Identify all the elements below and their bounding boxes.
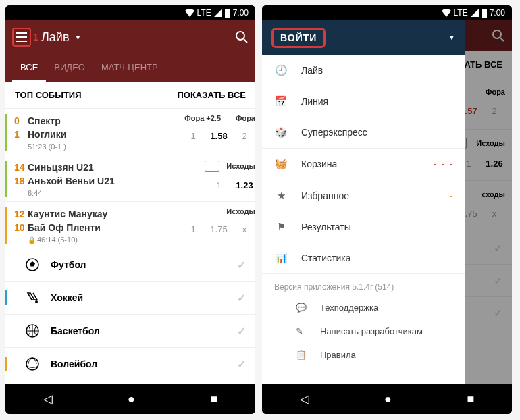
recent-icon[interactable]: ■: [210, 392, 217, 406]
sport-label: Хоккей: [51, 292, 83, 303]
svg-rect-1: [226, 9, 229, 10]
tabs: ВСЕ ВИДЕО МАТЧ-ЦЕНТР: [5, 54, 255, 82]
signal-icon: [471, 9, 479, 17]
network-label: LTE: [454, 8, 468, 18]
back-icon[interactable]: ◁: [43, 392, 53, 406]
stats-icon: 📊: [274, 252, 288, 264]
sport-row-basketball[interactable]: Баскетбол ✓: [5, 314, 255, 347]
star-icon: ★: [274, 190, 288, 202]
tab-all[interactable]: ВСЕ: [12, 54, 46, 82]
drawer-item-flag[interactable]: ⚑Результаты: [262, 211, 465, 242]
drawer-item-stats[interactable]: 📊Статистика: [262, 242, 465, 273]
svg-point-6: [35, 300, 38, 303]
sport-row-volleyball[interactable]: Волейбол ✓: [5, 347, 255, 380]
login-button[interactable]: ВОЙТИ: [271, 28, 326, 48]
sport-row-football[interactable]: Футбол ✓: [5, 248, 255, 281]
drawer-item-dice[interactable]: 🎲Суперэкспресс: [262, 117, 465, 148]
content: ТОП СОБЫТИЯ ПОКАЗАТЬ ВСЕ 0Спектр 1Ноглик…: [5, 82, 255, 384]
odds-cell[interactable]: 1.75: [208, 221, 230, 237]
basket-icon: 🧺: [274, 158, 288, 170]
svg-rect-10: [483, 9, 486, 10]
calendar-icon: 📅: [274, 95, 288, 107]
tab-video[interactable]: ВИДЕО: [46, 54, 93, 82]
football-icon: [25, 257, 40, 272]
odds-cell[interactable]: 1.58: [208, 128, 230, 144]
clock-label: 7:00: [233, 8, 249, 18]
annotation-1: 1: [33, 32, 38, 43]
sport-label: Футбол: [51, 259, 86, 270]
drawer-sub-chat[interactable]: 💬Техподдержка: [262, 296, 465, 319]
chat-icon: 💬: [296, 303, 308, 313]
pencil-icon: ✎: [296, 326, 308, 336]
sport-row-hockey[interactable]: Хоккей ✓: [5, 281, 255, 314]
show-all-link[interactable]: ПОКАЗАТЬ ВСЕ: [177, 90, 246, 100]
android-navbar: ◁ ● ■: [5, 384, 255, 414]
svg-rect-0: [225, 9, 230, 18]
wifi-icon: [442, 9, 451, 17]
app-header: 1 Лайв ▼: [5, 20, 255, 54]
drawer-item-clock[interactable]: 🕘Лайв: [262, 55, 465, 86]
odds-cell[interactable]: 2: [234, 128, 255, 144]
signal-icon: [214, 9, 222, 17]
version-label: Версия приложения 5.1.4r (514): [262, 274, 465, 296]
tab-match-center[interactable]: МАТЧ-ЦЕНТР: [93, 54, 166, 82]
clock-icon: 🕘: [274, 64, 288, 76]
svg-point-2: [236, 32, 244, 40]
top-events-label: ТОП СОБЫТИЯ: [15, 90, 82, 100]
back-icon[interactable]: ◁: [300, 392, 309, 406]
tv-icon: [205, 161, 219, 172]
home-icon[interactable]: ●: [128, 392, 135, 406]
svg-line-3: [244, 39, 247, 43]
match-row[interactable]: 14Синьцзян U21 18Аньхой Веньи U21 6:44 И…: [5, 155, 255, 201]
flag-icon: ⚑: [274, 221, 288, 233]
android-navbar: ◁ ● ■: [262, 384, 512, 414]
phone-left: LTE 7:00 1 Лайв ▼ ВСЕ ВИДЕО МАТЧ-ЦЕНТР Т…: [5, 5, 255, 414]
rules-icon: 📋: [296, 350, 308, 360]
svg-rect-9: [482, 9, 487, 18]
match-row[interactable]: 12Каунтис Манукау 10Бай Оф Пленти 🔒46:14…: [5, 201, 255, 248]
wifi-icon: [185, 9, 194, 17]
drawer-sub-rules[interactable]: 📋Правила: [262, 343, 465, 367]
sport-label: Баскетбол: [51, 325, 100, 336]
nav-drawer: ВОЙТИ ▼ 🕘Лайв📅Линия🎲Суперэкспресс🧺Корзин…: [262, 20, 465, 384]
status-bar: LTE 7:00: [262, 5, 512, 20]
battery-icon: [225, 9, 230, 18]
basketball-icon: [25, 323, 40, 338]
dropdown-icon: ▼: [74, 34, 81, 41]
hockey-icon: [25, 290, 40, 305]
svg-marker-5: [30, 261, 35, 267]
odds-cell[interactable]: 1: [182, 221, 204, 237]
phone-right: LTE 7:00 ЖАЗАТЬ ВСЕ а +2.5Фора 11.572 Ис…: [262, 5, 512, 414]
odds-cell[interactable]: 1: [208, 177, 230, 193]
menu-button[interactable]: [12, 28, 31, 47]
odds-cell[interactable]: 1.23: [234, 177, 255, 193]
drawer-sub-pencil[interactable]: ✎Написать разработчикам: [262, 319, 465, 343]
drawer-item-basket[interactable]: 🧺Корзина---: [262, 149, 465, 180]
match-row[interactable]: 0Спектр 1Ноглики 51:23 (0-1 ) Фора +2.5Ф…: [5, 108, 255, 155]
search-icon[interactable]: [235, 30, 249, 44]
drawer-item-star[interactable]: ★Избранное-: [262, 180, 465, 211]
check-icon: ✓: [237, 292, 246, 305]
status-bar: LTE 7:00: [5, 5, 255, 20]
clock-label: 7:00: [490, 8, 505, 18]
volleyball-icon: [25, 357, 40, 371]
battery-icon: [482, 9, 487, 18]
odds-cell[interactable]: x: [234, 221, 255, 237]
drawer-item-calendar[interactable]: 📅Линия: [262, 86, 465, 117]
check-icon: ✓: [237, 358, 246, 371]
page-title[interactable]: Лайв ▼: [41, 30, 235, 45]
recent-icon[interactable]: ■: [467, 392, 474, 406]
dice-icon: 🎲: [274, 126, 288, 138]
network-label: LTE: [197, 8, 211, 18]
home-icon[interactable]: ●: [384, 392, 392, 406]
check-icon: ✓: [237, 325, 246, 338]
sport-label: Волейбол: [51, 359, 97, 369]
drawer-header: ВОЙТИ ▼: [262, 20, 465, 55]
check-icon: ✓: [237, 259, 246, 271]
dropdown-icon[interactable]: ▼: [448, 34, 455, 41]
odds-cell[interactable]: 1: [182, 128, 204, 144]
